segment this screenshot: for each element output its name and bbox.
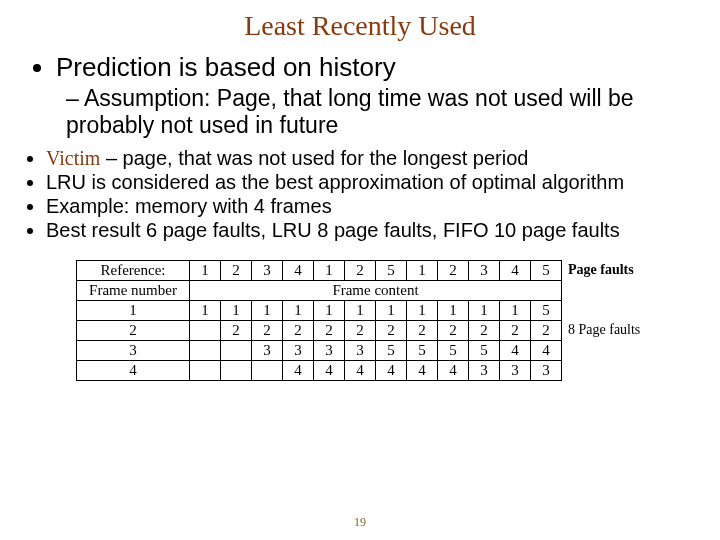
ref-cell: 4	[283, 261, 314, 281]
frame-cell: 2	[438, 321, 469, 341]
frame-cell: 2	[314, 321, 345, 341]
frame-cell: 5	[438, 341, 469, 361]
frame-cell	[190, 321, 221, 341]
label-f4: 4	[77, 361, 190, 381]
frame-cell	[252, 361, 283, 381]
row-frame-number: Frame number Frame content	[77, 281, 562, 301]
label-frame-content: Frame content	[190, 281, 562, 301]
bullet-list-second: Victim – page, that was not used for the…	[28, 147, 692, 242]
label-f1: 1	[77, 301, 190, 321]
frame-cell	[190, 341, 221, 361]
row-f3: 3 3333555544	[77, 341, 562, 361]
label-reference: Reference:	[77, 261, 190, 281]
ref-cell: 3	[469, 261, 500, 281]
ref-cell: 2	[345, 261, 376, 281]
frame-cell	[221, 341, 252, 361]
aside: Page faults 8 Page faults	[568, 260, 640, 340]
frame-cell	[221, 361, 252, 381]
page-faults-count: 8 Page faults	[568, 320, 640, 340]
frame-cell: 2	[469, 321, 500, 341]
victim-rest: – page, that was not used for the longes…	[100, 147, 528, 169]
row-f4: 4 444444333	[77, 361, 562, 381]
frame-cell: 2	[407, 321, 438, 341]
frame-cell: 4	[345, 361, 376, 381]
frame-cell: 4	[438, 361, 469, 381]
ref-cell: 2	[438, 261, 469, 281]
frame-cell: 2	[252, 321, 283, 341]
frame-cell: 2	[531, 321, 562, 341]
bullet-b3: Example: memory with 4 frames	[46, 195, 692, 218]
bullet-list-sub: Assumption: Page, that long time was not…	[28, 85, 692, 139]
frame-cell: 1	[469, 301, 500, 321]
frame-cell: 4	[407, 361, 438, 381]
bullet-sub-1: Assumption: Page, that long time was not…	[66, 85, 692, 139]
frame-cell: 1	[252, 301, 283, 321]
label-f2: 2	[77, 321, 190, 341]
frame-cell: 4	[531, 341, 562, 361]
bullet-victim: Victim – page, that was not used for the…	[46, 147, 692, 170]
row-reference: Reference: 123412512345	[77, 261, 562, 281]
frame-cell: 2	[221, 321, 252, 341]
bullet-list-top: Prediction is based on history	[28, 52, 692, 83]
frame-cell: 1	[438, 301, 469, 321]
frame-cell: 4	[500, 341, 531, 361]
row-f2: 2 22222222222	[77, 321, 562, 341]
ref-cell: 2	[221, 261, 252, 281]
frame-cell: 1	[376, 301, 407, 321]
frame-cell: 3	[283, 341, 314, 361]
bullet-main-1: Prediction is based on history	[56, 52, 692, 83]
frame-cell: 1	[221, 301, 252, 321]
ref-cell: 4	[500, 261, 531, 281]
frame-cell: 1	[345, 301, 376, 321]
frame-cell: 1	[500, 301, 531, 321]
frame-cell: 1	[314, 301, 345, 321]
frame-cell: 4	[283, 361, 314, 381]
frame-cell: 5	[376, 341, 407, 361]
table-block: Reference: 123412512345 Frame number Fra…	[28, 260, 692, 381]
ref-cell: 1	[407, 261, 438, 281]
frame-cell: 1	[407, 301, 438, 321]
label-f3: 3	[77, 341, 190, 361]
frame-cell: 2	[345, 321, 376, 341]
bullet-b4: Best result 6 page faults, LRU 8 page fa…	[46, 219, 692, 242]
frame-cell: 3	[531, 361, 562, 381]
ref-cell: 3	[252, 261, 283, 281]
frame-cell: 5	[531, 301, 562, 321]
slide: Least Recently Used Prediction is based …	[0, 0, 720, 540]
lru-table: Reference: 123412512345 Frame number Fra…	[76, 260, 562, 381]
frame-cell: 2	[500, 321, 531, 341]
frame-cell: 3	[500, 361, 531, 381]
page-faults-label: Page faults	[568, 260, 640, 280]
frame-cell: 1	[190, 301, 221, 321]
frame-cell: 4	[314, 361, 345, 381]
bullet-b2: LRU is considered as the best approximat…	[46, 171, 692, 194]
row-f1: 1 111111111115	[77, 301, 562, 321]
slide-body: Prediction is based on history Assumptio…	[0, 42, 720, 381]
slide-title: Least Recently Used	[0, 0, 720, 42]
label-frame-number: Frame number	[77, 281, 190, 301]
frame-cell: 3	[314, 341, 345, 361]
frame-cell	[190, 361, 221, 381]
frame-cell: 2	[283, 321, 314, 341]
frame-cell: 1	[283, 301, 314, 321]
frame-cell: 5	[407, 341, 438, 361]
frame-cell: 2	[376, 321, 407, 341]
frame-cell: 3	[252, 341, 283, 361]
frame-cell: 3	[469, 361, 500, 381]
ref-cell: 1	[190, 261, 221, 281]
ref-cell: 5	[531, 261, 562, 281]
page-number: 19	[0, 515, 720, 530]
ref-cell: 5	[376, 261, 407, 281]
ref-cell: 1	[314, 261, 345, 281]
victim-label: Victim	[46, 147, 100, 169]
frame-cell: 5	[469, 341, 500, 361]
frame-cell: 4	[376, 361, 407, 381]
frame-cell: 3	[345, 341, 376, 361]
